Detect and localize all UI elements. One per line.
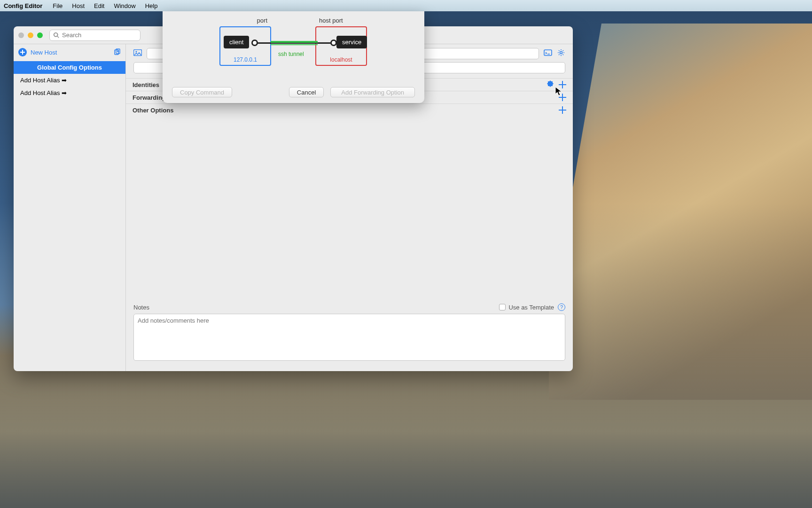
menubar: Config Editor File Host Edit Window Help — [0, 0, 812, 11]
maximize-icon[interactable] — [37, 32, 43, 38]
app-title: Config Editor — [4, 2, 42, 9]
connector-dot-icon — [251, 40, 258, 46]
sidebar-item-label: Add Host Alias ➡ — [20, 77, 67, 84]
terminal-icon[interactable] — [544, 48, 552, 59]
gear-icon[interactable] — [557, 48, 565, 59]
menu-edit[interactable]: Edit — [89, 2, 109, 9]
badge-icon[interactable] — [547, 80, 554, 89]
sidebar-item-global[interactable]: Global Config Options — [14, 61, 125, 74]
sidebar-item-add-alias-1[interactable]: Add Host Alias ➡ — [14, 74, 125, 87]
menu-file[interactable]: File — [48, 2, 67, 9]
sidebar-item-add-alias-2[interactable]: Add Host Alias ➡ — [14, 87, 125, 99]
menu-help[interactable]: Help — [141, 2, 163, 9]
modal-buttons: Copy Command Cancel Add Forwarding Optio… — [163, 87, 424, 97]
forwarding-modal: port 127.0.0.1 host port localhost clien… — [163, 11, 424, 103]
template-label: Use as Template — [508, 304, 554, 311]
traffic-lights — [18, 32, 43, 38]
section-label: Other Options — [133, 107, 554, 114]
sidebar-item-label: Add Host Alias ➡ — [20, 89, 67, 96]
tunnel-diagram: port 127.0.0.1 host port localhost clien… — [163, 11, 424, 87]
notes-area: Notes Use as Template ? — [133, 303, 565, 363]
search-input[interactable] — [49, 30, 141, 41]
notes-label: Notes — [133, 304, 499, 311]
new-host-button[interactable]: New Host — [31, 49, 109, 56]
search-icon — [53, 32, 60, 39]
image-icon[interactable] — [133, 49, 142, 58]
search-wrap — [49, 30, 141, 41]
client-node: client — [224, 36, 249, 48]
notes-textarea[interactable] — [133, 314, 565, 361]
template-checkbox[interactable] — [499, 304, 506, 310]
connector-dot-icon — [330, 40, 337, 46]
service-node: service — [336, 36, 367, 48]
duplicate-icon[interactable] — [113, 48, 121, 56]
svg-point-5 — [136, 51, 137, 53]
close-icon[interactable] — [18, 32, 24, 38]
copy-command-button[interactable]: Copy Command — [172, 87, 232, 97]
svg-point-7 — [560, 52, 562, 54]
section-other: Other Options — [126, 103, 573, 116]
minimize-icon[interactable] — [28, 32, 33, 38]
sidebar-item-label: Global Config Options — [37, 64, 102, 71]
cancel-button[interactable]: Cancel — [289, 87, 324, 97]
cursor-icon — [555, 87, 562, 96]
tunnel-connector — [254, 39, 334, 48]
sidebar: New Host Global Config Options Add Host … — [14, 44, 126, 371]
menu-host[interactable]: Host — [67, 2, 89, 9]
plus-circle-icon[interactable] — [18, 48, 27, 56]
plus-icon[interactable] — [559, 106, 566, 114]
sidebar-header: New Host — [14, 44, 125, 61]
host-port-label: host port — [319, 17, 343, 24]
add-forwarding-button[interactable]: Add Forwarding Option — [330, 87, 415, 97]
tunnel-label: ssh tunnel — [278, 51, 304, 57]
client-port-label: port — [257, 17, 267, 24]
client-ip: 127.0.0.1 — [220, 56, 270, 63]
svg-rect-6 — [544, 50, 552, 56]
menu-window[interactable]: Window — [109, 2, 140, 9]
help-icon[interactable]: ? — [558, 303, 565, 311]
host-ip: localhost — [316, 56, 366, 63]
